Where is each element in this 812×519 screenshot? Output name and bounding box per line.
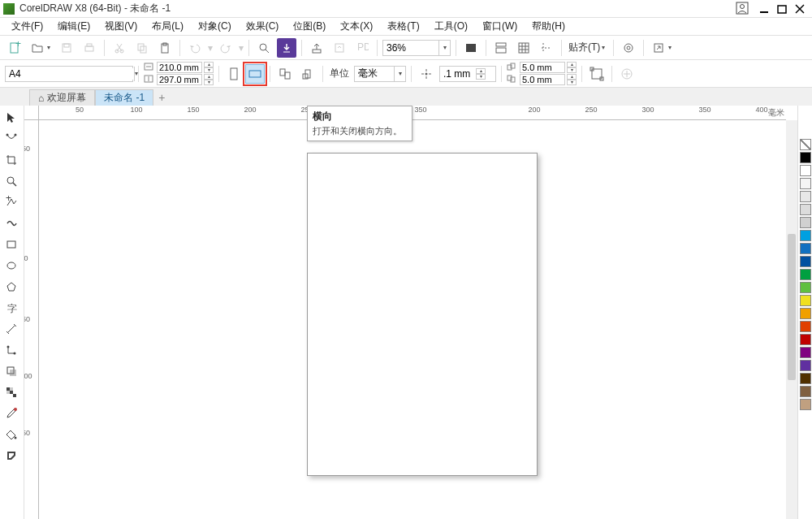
launch-dropdown[interactable]: ▾ [668,44,675,51]
scrollbar-thumb[interactable] [788,234,796,380]
guides-button[interactable] [537,38,556,58]
parallel-dim-tool[interactable] [0,318,23,340]
nudge-spin-up[interactable]: ▴ [476,68,486,74]
dup-x-spin-down[interactable]: ▾ [567,67,577,73]
nudge-spin-down[interactable]: ▾ [476,74,486,80]
fill-tool[interactable] [0,424,23,445]
menu-text[interactable]: 文本(X) [334,18,379,35]
ellipse-tool[interactable] [0,255,23,276]
eyedropper-tool[interactable] [0,403,23,424]
nudge-input[interactable] [440,68,476,80]
paste-button[interactable] [155,38,175,58]
tab-current[interactable]: 未命名 -1 [95,89,153,106]
swatch-purple[interactable] [800,347,811,358]
menu-object[interactable]: 对象(C) [192,18,238,35]
account-icon[interactable] [736,2,750,16]
portrait-button[interactable] [224,64,244,84]
dup-y-spin-up[interactable]: ▴ [567,74,577,80]
drop-shadow-tool[interactable] [0,361,23,382]
cut-button[interactable] [110,38,129,58]
swatch-grey40[interactable] [800,217,811,228]
swatch-blue[interactable] [800,243,811,254]
swatch-darkred[interactable] [800,334,811,345]
publish-button[interactable] [330,38,349,58]
import-button[interactable] [277,38,296,58]
redo-button[interactable] [216,38,235,58]
zoom-input[interactable] [383,42,438,54]
menu-file[interactable]: 文件(F) [5,18,50,35]
page-height-input[interactable] [157,74,202,85]
vertical-scrollbar[interactable] [786,120,797,519]
add-preset-button[interactable] [617,64,637,84]
zoom-combo[interactable]: ▾ [382,40,451,56]
freehand-tool[interactable]: + [0,192,23,213]
menu-view[interactable]: 视图(V) [98,18,144,35]
menu-edit[interactable]: 编辑(E) [51,18,97,35]
swatch-orange[interactable] [800,308,811,319]
rulers-button[interactable] [491,38,511,58]
vertical-ruler[interactable]: 50 0 50 100 50 [24,120,39,519]
search-button[interactable] [254,38,274,58]
redo-dropdown[interactable]: ▾ [239,42,244,54]
dup-y-input[interactable] [520,74,565,85]
connector-tool[interactable] [0,340,23,361]
swatch-grey20[interactable] [800,191,811,202]
undo-button[interactable] [185,38,205,58]
horizontal-ruler[interactable]: 50100 150200 250300 350 200250 300350 40… [39,106,786,120]
copy-button[interactable] [132,38,152,58]
swatch-yellow[interactable] [800,295,811,306]
swatch-darkblue[interactable] [800,256,811,267]
unit-dropdown[interactable]: ▾ [394,67,405,81]
swatch-tan[interactable] [800,386,811,397]
open-button[interactable] [28,38,47,58]
dup-x-input[interactable] [520,62,565,73]
swatch-cyan[interactable] [800,230,811,241]
save-button[interactable] [57,38,76,58]
swatch-brown[interactable] [800,373,811,384]
width-spin-up[interactable]: ▴ [204,62,214,67]
swatch-none[interactable] [800,139,811,150]
crop-tool[interactable] [0,149,23,171]
swatch-green[interactable] [800,269,811,280]
unit-input[interactable] [355,68,394,80]
options-button[interactable] [619,38,638,58]
unit-combo[interactable]: ▾ [354,66,406,82]
swatch-red[interactable] [800,321,811,332]
pick-tool[interactable] [0,107,23,128]
close-button[interactable] [791,2,809,16]
page[interactable] [307,153,538,476]
menu-tools[interactable]: 工具(O) [428,18,474,35]
menu-layout[interactable]: 布局(L) [145,18,190,35]
outline-tool[interactable] [0,445,23,466]
export-button[interactable] [307,38,326,58]
tab-welcome[interactable]: ⌂欢迎屏幕 [29,89,95,106]
page-width-input[interactable] [157,62,202,73]
menu-bitmap[interactable]: 位图(B) [287,18,332,35]
swatch-violet[interactable] [800,360,811,371]
current-page-button[interactable] [298,64,317,84]
open-dropdown[interactable]: ▾ [47,44,54,51]
add-tab-button[interactable]: + [153,89,170,106]
new-button[interactable]: + [5,38,24,58]
page-size-input[interactable] [6,68,134,80]
transparency-tool[interactable] [0,382,23,403]
snap-label[interactable]: 贴齐(T) [568,41,600,54]
fullscreen-button[interactable] [461,38,481,58]
width-spin-down[interactable]: ▾ [204,67,214,73]
shape-tool[interactable] [0,128,23,149]
menu-help[interactable]: 帮助(H) [525,18,572,35]
height-spin-up[interactable]: ▴ [204,74,214,80]
undo-dropdown[interactable]: ▾ [208,42,213,54]
minimize-button[interactable] [755,2,773,16]
landscape-button[interactable] [245,64,265,84]
text-tool[interactable]: 字 [0,297,23,318]
menu-table[interactable]: 表格(T) [381,18,425,35]
menu-effects[interactable]: 效果(C) [240,18,286,35]
height-spin-down[interactable]: ▾ [204,80,214,85]
swatch-lightgreen[interactable] [800,282,811,293]
zoom-tool[interactable] [0,171,23,192]
swatch-black[interactable] [800,152,811,163]
grid-button[interactable] [514,38,533,58]
ruler-corner[interactable] [24,106,39,120]
artistic-media-tool[interactable] [0,213,23,234]
